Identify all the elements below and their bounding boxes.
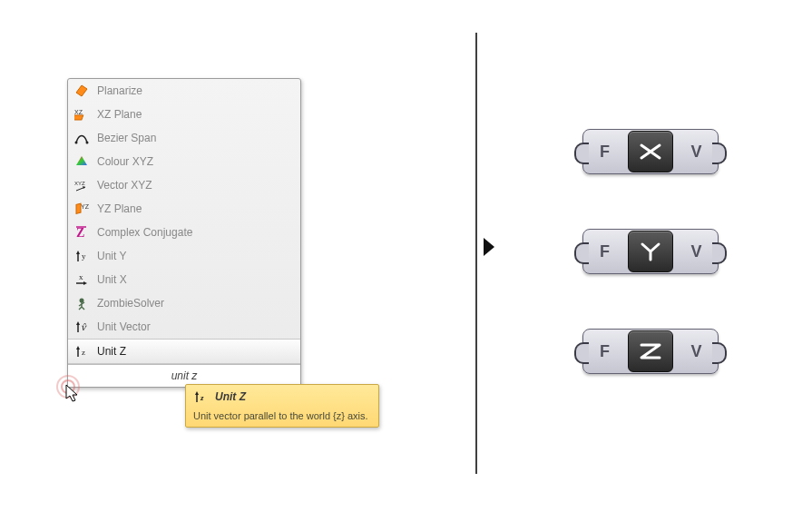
xz-plane-icon: XZ (73, 106, 90, 123)
unit-z-component[interactable]: F V (582, 329, 719, 374)
search-result-unit-x[interactable]: x Unit X (68, 268, 300, 291)
svg-text:x: x (79, 272, 83, 281)
component-core[interactable] (628, 131, 673, 172)
unit-z-icon: z (73, 343, 90, 359)
unit-z-core-icon (639, 342, 662, 360)
output-port-label[interactable]: V (675, 243, 718, 260)
search-result-label: Unit Vector (97, 320, 151, 333)
output-grip[interactable] (712, 242, 727, 264)
svg-text:XZ: XZ (74, 109, 83, 115)
svg-text:z: z (82, 348, 85, 357)
svg-marker-12 (76, 251, 80, 254)
unit-x-core-icon (639, 143, 662, 161)
planarize-icon (73, 83, 90, 99)
search-result-label: Unit Y (97, 250, 126, 262)
svg-text:y: y (82, 251, 86, 261)
svg-rect-2 (74, 115, 83, 120)
unit-x-icon: x (73, 271, 90, 288)
search-result-label: Colour XYZ (97, 155, 153, 168)
output-grip[interactable] (712, 342, 727, 364)
component-core[interactable] (628, 330, 673, 372)
search-input-value: unit z (171, 369, 198, 382)
vector-xyz-icon: XYZ (73, 177, 90, 193)
unit-vector-icon: v̂ (73, 319, 90, 335)
svg-marker-0 (76, 85, 87, 96)
svg-point-16 (80, 299, 84, 303)
input-grip[interactable] (574, 143, 589, 164)
search-result-label: YZ Plane (97, 202, 142, 215)
tooltip-title: Unit Z (215, 390, 246, 403)
input-grip[interactable] (574, 242, 589, 264)
svg-marker-21 (66, 385, 77, 401)
search-result-unit-y[interactable]: y Unit Y (68, 244, 300, 268)
search-result-bezier-span[interactable]: Bezier Span (68, 126, 300, 150)
svg-marker-14 (83, 281, 87, 285)
svg-point-3 (75, 142, 78, 144)
input-port-label[interactable]: F (583, 243, 626, 260)
search-result-zombiesolver[interactable]: ZombieSolver (68, 291, 300, 315)
unit-x-component[interactable]: F V (582, 129, 719, 174)
svg-text:v̂: v̂ (81, 322, 87, 332)
component-tooltip: z Unit Z Unit vector parallel to the wor… (185, 384, 379, 428)
search-result-label: Complex Conjugate (97, 226, 192, 239)
component-core[interactable] (628, 231, 673, 272)
cursor-icon (65, 384, 82, 404)
svg-marker-24 (484, 238, 494, 256)
output-port-label[interactable]: V (675, 343, 718, 359)
search-result-complex-conjugate[interactable]: Z Complex Conjugate (68, 221, 300, 244)
search-result-xz-plane[interactable]: XZ XZ Plane (68, 103, 300, 126)
search-result-vector-xyz[interactable]: XYZ Vector XYZ (68, 173, 300, 197)
search-result-unit-vector[interactable]: v̂ Unit Vector (68, 315, 300, 339)
search-result-label: Unit Z (97, 345, 126, 358)
search-result-label: XZ Plane (97, 108, 142, 121)
grasshopper-canvas[interactable]: Planarize XZ XZ Plane Bezier Span Colour… (0, 0, 812, 512)
input-grip[interactable] (574, 342, 589, 364)
output-grip[interactable] (712, 143, 727, 164)
svg-rect-9 (76, 203, 81, 213)
input-port-label[interactable]: F (583, 343, 626, 359)
unit-y-component[interactable]: F V (582, 229, 719, 274)
unit-z-icon: z (193, 389, 208, 404)
complex-conjugate-icon: Z (73, 224, 90, 241)
unit-y-icon: y (73, 248, 90, 264)
svg-text:Z: Z (76, 226, 84, 240)
arrow-right-icon (482, 236, 496, 258)
tooltip-description: Unit vector parallel to the world {z} ax… (186, 409, 378, 421)
search-result-yz-plane[interactable]: YZ YZ Plane (68, 197, 300, 221)
search-result-label: Planarize (97, 84, 142, 97)
vertical-divider (475, 33, 477, 474)
search-result-label: Vector XYZ (97, 179, 152, 192)
search-result-unit-z[interactable]: z Unit Z (68, 339, 300, 364)
search-result-label: ZombieSolver (97, 297, 164, 310)
bezier-span-icon (73, 130, 90, 146)
svg-text:XYZ: XYZ (74, 181, 85, 186)
search-result-label: Bezier Span (97, 132, 156, 144)
search-result-planarize[interactable]: Planarize (68, 79, 300, 103)
input-port-label[interactable]: F (583, 143, 626, 160)
search-result-colour-xyz[interactable]: Colour XYZ (68, 150, 300, 173)
yz-plane-icon: YZ (73, 201, 90, 217)
zombie-icon (73, 295, 90, 311)
svg-marker-22 (195, 391, 199, 395)
unit-y-core-icon (639, 241, 662, 261)
colour-xyz-icon (73, 153, 90, 170)
svg-marker-19 (76, 346, 80, 350)
svg-point-4 (86, 142, 89, 144)
component-search-popup: Planarize XZ XZ Plane Bezier Span Colour… (67, 78, 301, 388)
svg-text:z: z (200, 393, 204, 402)
svg-marker-17 (76, 321, 80, 325)
svg-text:YZ: YZ (81, 203, 89, 210)
output-port-label[interactable]: V (675, 143, 718, 160)
svg-marker-5 (76, 156, 87, 165)
search-result-label: Unit X (97, 273, 127, 286)
